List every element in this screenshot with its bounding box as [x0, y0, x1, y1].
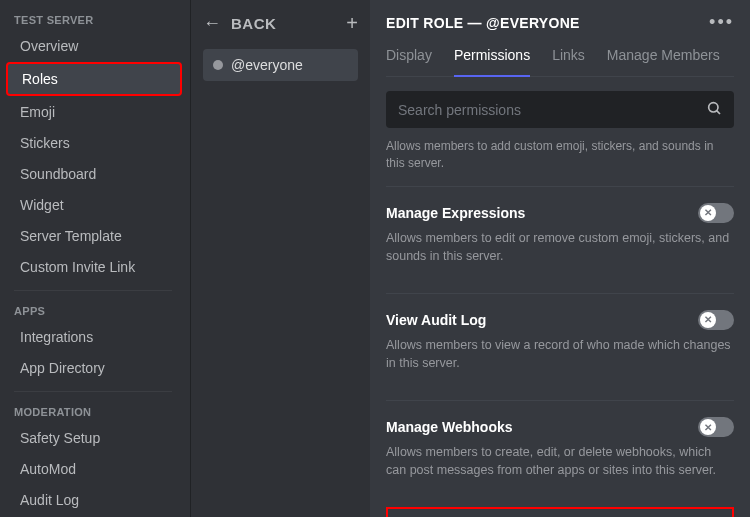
search-input[interactable]: [398, 102, 706, 118]
tab-links[interactable]: Links: [552, 47, 585, 76]
back-label[interactable]: BACK: [231, 15, 336, 32]
roles-list-column: ← BACK + @everyone: [190, 0, 370, 517]
sidebar-item-audit-log[interactable]: Audit Log: [6, 485, 182, 515]
roles-header: ← BACK +: [191, 0, 370, 49]
section-title: TEST SERVER: [0, 8, 182, 30]
permission-row: View Audit Log Allows members to view a …: [386, 293, 734, 386]
sidebar-item-overview[interactable]: Overview: [6, 31, 182, 61]
page-title: EDIT ROLE — @EVERYONE: [386, 15, 580, 31]
sidebar-item-automod[interactable]: AutoMod: [6, 454, 182, 484]
tab-display[interactable]: Display: [386, 47, 432, 76]
role-item-everyone[interactable]: @everyone: [203, 49, 358, 81]
permission-title: Manage Webhooks: [386, 419, 513, 435]
main-header: EDIT ROLE — @EVERYONE •••: [386, 12, 734, 33]
role-name: @everyone: [231, 57, 303, 73]
sidebar-item-widget[interactable]: Widget: [6, 190, 182, 220]
permission-title: View Audit Log: [386, 312, 486, 328]
sidebar-item-stickers[interactable]: Stickers: [6, 128, 182, 158]
search-icon: [706, 100, 722, 119]
section-title: MODERATION: [0, 400, 182, 422]
section-title: APPS: [0, 299, 182, 321]
sidebar-item-safety-setup[interactable]: Safety Setup: [6, 423, 182, 453]
add-role-icon[interactable]: +: [346, 12, 358, 35]
divider: [14, 290, 172, 291]
svg-line-1: [717, 111, 720, 114]
permission-toggle[interactable]: [698, 310, 734, 330]
sidebar-item-roles[interactable]: Roles: [6, 62, 182, 96]
more-options-icon[interactable]: •••: [709, 12, 734, 33]
search-permissions-box[interactable]: [386, 91, 734, 128]
divider: [14, 391, 172, 392]
sidebar-item-custom-invite-link[interactable]: Custom Invite Link: [6, 252, 182, 282]
permission-toggle[interactable]: [698, 417, 734, 437]
server-settings-sidebar: TEST SERVER Overview Roles Emoji Sticker…: [0, 0, 190, 517]
permission-row: Manage Webhooks Allows members to create…: [386, 400, 734, 493]
back-arrow-icon[interactable]: ←: [203, 13, 221, 34]
permission-description: Allows members to edit or remove custom …: [386, 229, 734, 265]
sidebar-item-soundboard[interactable]: Soundboard: [6, 159, 182, 189]
highlighted-permission: Manage Server Allow members to change th…: [386, 507, 734, 517]
permission-description: Allows members to add custom emoji, stic…: [386, 138, 734, 172]
sidebar-item-emoji[interactable]: Emoji: [6, 97, 182, 127]
sidebar-item-app-directory[interactable]: App Directory: [6, 353, 182, 383]
sidebar-item-server-template[interactable]: Server Template: [6, 221, 182, 251]
permission-row: Manage Expressions Allows members to edi…: [386, 186, 734, 279]
permission-title: Manage Expressions: [386, 205, 525, 221]
role-tabs: Display Permissions Links Manage Members: [386, 47, 734, 77]
permission-description: Allows members to create, edit, or delet…: [386, 443, 734, 479]
role-editor-main: EDIT ROLE — @EVERYONE ••• Display Permis…: [370, 0, 750, 517]
tab-manage-members[interactable]: Manage Members: [607, 47, 720, 76]
role-color-dot: [213, 60, 223, 70]
sidebar-item-integrations[interactable]: Integrations: [6, 322, 182, 352]
tab-permissions[interactable]: Permissions: [454, 47, 530, 77]
permission-description: Allows members to view a record of who m…: [386, 336, 734, 372]
svg-point-0: [709, 103, 718, 112]
permission-toggle[interactable]: [698, 203, 734, 223]
